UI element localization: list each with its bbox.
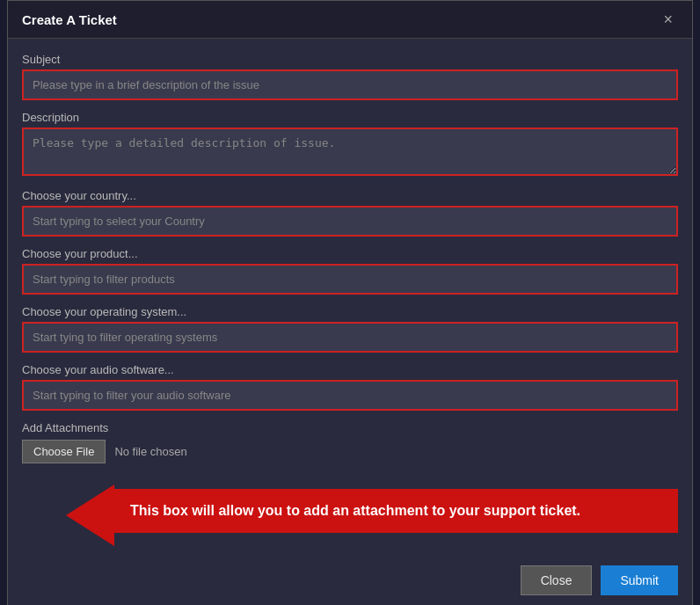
- country-label: Choose your country...: [22, 189, 678, 202]
- subject-field-group: Subject: [22, 53, 678, 100]
- description-field-group: Description: [22, 111, 678, 179]
- os-input[interactable]: [22, 322, 678, 353]
- product-input[interactable]: [22, 264, 678, 295]
- description-label: Description: [22, 111, 678, 124]
- red-arrow-icon: [66, 485, 114, 546]
- product-label: Choose your product...: [22, 247, 678, 260]
- modal-footer: Close Submit: [8, 557, 692, 605]
- tooltip-section: This box will allow you to add an attach…: [22, 476, 678, 546]
- attachments-section: Add Attachments Choose File No file chos…: [22, 421, 678, 463]
- subject-label: Subject: [22, 53, 678, 66]
- submit-button[interactable]: Submit: [601, 565, 678, 595]
- description-input[interactable]: [22, 128, 678, 176]
- create-ticket-modal: Create A Ticket × Subject Description Ch…: [7, 0, 693, 605]
- choose-file-button[interactable]: Choose File: [22, 440, 106, 463]
- product-field-group: Choose your product...: [22, 247, 678, 295]
- file-row: Choose File No file chosen: [22, 440, 678, 463]
- modal-title: Create A Ticket: [22, 12, 117, 27]
- modal-body: Subject Description Choose your country.…: [8, 39, 692, 557]
- modal-header: Create A Ticket ×: [8, 1, 692, 39]
- audio-label: Choose your audio software...: [22, 363, 678, 376]
- attachments-label: Add Attachments: [22, 421, 678, 434]
- modal-close-button[interactable]: ×: [658, 10, 678, 29]
- no-file-text: No file chosen: [114, 445, 186, 458]
- close-button[interactable]: Close: [521, 565, 593, 595]
- arrow-tooltip-container: This box will allow you to add an attach…: [66, 476, 678, 546]
- audio-input[interactable]: [22, 380, 678, 411]
- country-input[interactable]: [22, 206, 678, 237]
- tooltip-box: This box will allow you to add an attach…: [114, 489, 678, 533]
- os-label: Choose your operating system...: [22, 305, 678, 318]
- os-field-group: Choose your operating system...: [22, 305, 678, 353]
- country-field-group: Choose your country...: [22, 189, 678, 237]
- subject-input[interactable]: [22, 69, 678, 100]
- audio-field-group: Choose your audio software...: [22, 363, 678, 411]
